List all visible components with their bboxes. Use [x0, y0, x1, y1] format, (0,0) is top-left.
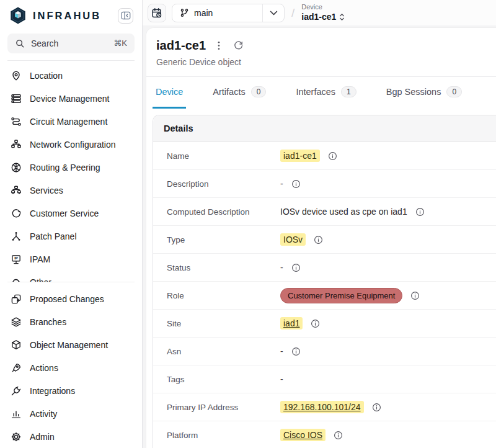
sidebar: INFRAHUB Search ⌘K Location Device Manag…	[0, 0, 143, 448]
sidebar-item-services[interactable]: Services	[0, 179, 142, 202]
tab-label: Bgp Sessions	[386, 87, 441, 97]
tab-interfaces[interactable]: Interfaces 1	[293, 77, 359, 109]
merge-copy-icon	[11, 293, 22, 305]
page-subtitle: Generic Device object	[156, 57, 486, 67]
branch-dropdown-toggle[interactable]	[262, 4, 284, 22]
sidebar-item-label: Network Configuration	[30, 140, 116, 150]
sidebar-item-label: Object Management	[30, 340, 108, 350]
branch-selector-value: main	[172, 4, 262, 22]
sidebar-item-label: Location	[30, 71, 63, 81]
detail-label: Platform	[167, 431, 280, 440]
sidebar-item-device-management[interactable]: Device Management	[0, 87, 142, 110]
info-icon[interactable]	[328, 151, 337, 161]
collapse-sidebar-button[interactable]	[118, 8, 133, 24]
info-icon[interactable]	[415, 207, 425, 217]
kebab-menu-icon	[218, 41, 220, 50]
page-title: iad1-ce1	[156, 38, 206, 53]
sidebar-item-circuit-management[interactable]: Circuit Management	[0, 110, 142, 133]
tab-label: Device	[156, 87, 183, 97]
brand-name: INFRAHUB	[33, 10, 112, 22]
server-stack-icon	[11, 93, 22, 104]
sidebar-item-network-configuration[interactable]: Network Configuration	[0, 133, 142, 156]
tab-count-badge: 0	[251, 86, 267, 97]
sidebar-item-activity[interactable]: Activity	[0, 402, 142, 425]
detail-row-name: Name iad1-ce1	[153, 142, 496, 170]
panel-collapse-icon	[121, 11, 131, 20]
search-input[interactable]: Search ⌘K	[7, 34, 135, 53]
sidebar-item-label: Actions	[30, 363, 58, 373]
logo-row: INFRAHUB	[0, 0, 142, 27]
svg-text:IP: IP	[14, 256, 18, 260]
hierarchy-icon	[11, 139, 22, 150]
tab-bar: Device Artifacts 0 Interfaces 1 Bgp Sess…	[146, 77, 496, 109]
route-icon	[11, 116, 22, 127]
breadcrumb: Device iad1-ce1	[301, 3, 345, 22]
plug-icon	[11, 385, 22, 396]
info-icon[interactable]	[410, 291, 420, 300]
sidebar-item-label: IPAM	[30, 254, 50, 264]
detail-row-platform: Platform Cisco IOS	[153, 421, 496, 448]
sidebar-item-object-management[interactable]: Object Management	[0, 333, 142, 356]
detail-value: IOSv	[280, 233, 306, 246]
info-icon[interactable]	[314, 235, 323, 244]
sidebar-item-proposed-changes[interactable]: Proposed Changes	[0, 287, 142, 310]
curved-arrow-icon	[11, 208, 22, 219]
detail-row-status: Status -	[153, 254, 496, 282]
sidebar-item-routing-peering[interactable]: Routing & Peering	[0, 156, 142, 179]
refresh-icon	[233, 40, 244, 51]
tab-bgp-sessions[interactable]: Bgp Sessions 0	[383, 77, 465, 109]
detail-label: Site	[167, 319, 280, 328]
detail-label: Name	[167, 151, 280, 161]
sidebar-item-integrations[interactable]: Integrations	[0, 379, 142, 402]
sidebar-item-label: Routing & Peering	[30, 163, 100, 172]
sidebar-item-patch-panel[interactable]: Patch Panel	[0, 225, 142, 248]
tab-device[interactable]: Device	[153, 77, 186, 109]
platform-link[interactable]: Cisco IOS	[280, 429, 326, 441]
detail-row-role: Role Customer Premise Equipment	[153, 282, 496, 310]
detail-label: Primary IP Address	[167, 403, 280, 412]
sidebar-item-customer-service[interactable]: Customer Service	[0, 202, 142, 225]
search-placeholder: Search	[31, 38, 107, 48]
wheel-icon	[11, 162, 22, 173]
sidebar-item-other[interactable]: Other	[0, 271, 142, 282]
branch-selector[interactable]: main	[172, 4, 285, 22]
detail-row-tags: Tags -	[153, 365, 496, 393]
tab-count-badge: 1	[341, 86, 356, 97]
detail-label: Role	[167, 291, 280, 300]
info-icon[interactable]	[291, 179, 301, 189]
selector-up-down-icon	[339, 13, 345, 21]
detail-row-computed-description: Computed Description IOSv device used as…	[153, 198, 496, 226]
more-actions-button[interactable]	[216, 40, 221, 52]
info-icon[interactable]	[334, 431, 343, 440]
detail-row-description: Description -	[153, 170, 496, 198]
info-icon[interactable]	[291, 347, 301, 356]
topbar: main / Device iad1-ce1	[143, 0, 496, 25]
sidebar-item-label: Branches	[30, 317, 66, 327]
tab-label: Interfaces	[296, 87, 335, 97]
breadcrumb-object-selector[interactable]: iad1-ce1	[301, 12, 345, 23]
primary-ip-link[interactable]: 192.168.100.101/24	[280, 401, 364, 413]
sidebar-item-actions[interactable]: Actions	[0, 356, 142, 379]
tab-count-badge: 0	[446, 86, 462, 97]
tab-artifacts[interactable]: Artifacts 0	[210, 77, 269, 109]
git-branch-icon	[180, 8, 189, 17]
sidebar-item-ipam[interactable]: IP IPAM	[0, 248, 142, 271]
refresh-button[interactable]	[232, 39, 245, 52]
sidebar-item-location[interactable]: Location	[0, 65, 142, 87]
search-shortcut: ⌘K	[113, 38, 127, 48]
info-icon[interactable]	[291, 263, 301, 272]
date-picker-button[interactable]	[148, 4, 166, 22]
sidebar-item-branches[interactable]: Branches	[0, 310, 142, 333]
detail-row-primary-ip-address: Primary IP Address 192.168.100.101/24	[153, 393, 496, 421]
tab-label: Artifacts	[213, 87, 245, 97]
detail-label: Computed Description	[167, 207, 280, 217]
branch-name: main	[194, 8, 213, 18]
detail-label: Tags	[167, 375, 280, 384]
info-icon[interactable]	[372, 403, 381, 412]
sidebar-item-label: Patch Panel	[30, 231, 77, 241]
sidebar-item-label: Proposed Changes	[30, 294, 104, 304]
site-link[interactable]: iad1	[280, 317, 303, 329]
info-icon[interactable]	[311, 319, 320, 328]
sidebar-item-admin[interactable]: Admin	[0, 425, 142, 448]
junction-icon	[11, 231, 22, 242]
